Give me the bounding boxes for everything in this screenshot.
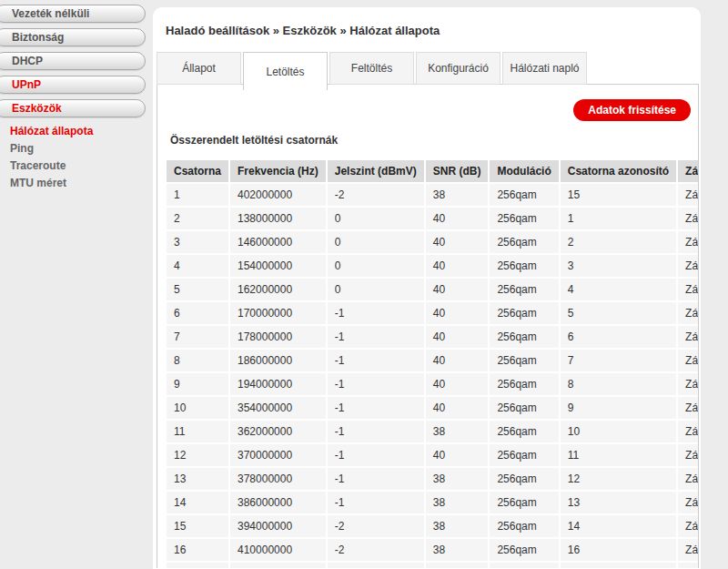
table-cell: 6 bbox=[561, 326, 676, 348]
table-cell: 40 bbox=[426, 255, 489, 277]
table-cell: 12 bbox=[167, 444, 228, 466]
table-cell: 38 bbox=[426, 515, 489, 537]
table-cell: 256qam bbox=[490, 468, 558, 490]
table-cell: -1 bbox=[328, 492, 424, 513]
sidebar-menu-item[interactable]: UPnP bbox=[0, 76, 146, 94]
sidebar-menu-item-label: Eszközök bbox=[12, 102, 62, 115]
tab-label: Konfiguráció bbox=[428, 62, 489, 75]
table-cell: 378000000 bbox=[230, 468, 326, 490]
tab-label: Állapot bbox=[182, 62, 216, 75]
table-cell: -1 bbox=[328, 421, 424, 442]
tab-label: Letöltés bbox=[266, 66, 304, 78]
refresh-data-button[interactable]: Adatok frissítése bbox=[573, 99, 691, 121]
table-cell: Zárolt bbox=[678, 444, 699, 466]
table-cell: 1 bbox=[561, 208, 676, 229]
table-cell: 38 bbox=[426, 184, 489, 206]
downstream-channels-table: Csatorna Frekvencia (Hz) Jelszint (dBmV)… bbox=[165, 158, 699, 568]
table-cell: Zárolt bbox=[678, 184, 699, 206]
table-cell: 38 bbox=[426, 539, 489, 561]
table-section-title: Összerendelt letöltési csatornák bbox=[170, 134, 698, 147]
sidebar-menu-item[interactable]: Eszközök bbox=[0, 99, 146, 117]
table-row: 5162000000040256qam4Zárolt bbox=[167, 279, 699, 300]
tab[interactable]: Állapot bbox=[157, 52, 241, 85]
table-cell: 17 bbox=[561, 563, 676, 568]
table-cell: 40 bbox=[426, 302, 489, 324]
sidebar-submenu-item[interactable]: Traceroute bbox=[0, 157, 153, 175]
table-row: 10354000000-140256qam9Zárolt bbox=[167, 397, 699, 419]
table-cell: Zárolt bbox=[678, 279, 699, 300]
table-cell: Zárolt bbox=[678, 421, 699, 442]
table-cell: 256qam bbox=[490, 444, 558, 466]
table-cell: 9 bbox=[561, 397, 676, 419]
sidebar-menu-item[interactable]: Vezeték nélküli bbox=[0, 5, 146, 23]
table-cell: 4 bbox=[167, 255, 228, 277]
table-cell: 6 bbox=[167, 302, 228, 324]
table-cell: 10 bbox=[561, 421, 676, 442]
table-cell: 40 bbox=[426, 350, 489, 371]
sidebar-menu-item-label: Vezeték nélküli bbox=[12, 7, 89, 20]
table-row: 9194000000-140256qam8Zárolt bbox=[167, 373, 699, 395]
table-row: 13378000000-138256qam12Zárolt bbox=[167, 468, 699, 490]
table-cell: 14 bbox=[167, 492, 228, 513]
table-header-cell: Moduláció bbox=[490, 160, 558, 182]
table-row: 4154000000040256qam3Zárolt bbox=[167, 255, 699, 277]
sidebar-submenu-item-label: Hálózat állapota bbox=[10, 125, 93, 137]
table-cell: 0 bbox=[328, 279, 424, 300]
content-card: Haladó beállítások » Eszközök » Hálózat … bbox=[153, 7, 701, 569]
tab[interactable]: Feltöltés bbox=[329, 52, 414, 85]
table-cell: 256qam bbox=[490, 373, 558, 395]
table-row: 1402000000-238256qam15Zárolt bbox=[167, 184, 699, 206]
table-cell: Zárolt bbox=[678, 468, 699, 490]
table-cell: -1 bbox=[328, 326, 424, 348]
tab[interactable]: Konfiguráció bbox=[416, 52, 500, 85]
table-cell: 256qam bbox=[490, 492, 558, 513]
table-cell: 0 bbox=[328, 231, 424, 253]
table-cell: 256qam bbox=[490, 539, 558, 561]
table-cell: -1 bbox=[328, 373, 424, 395]
tab[interactable]: Hálózati napló bbox=[502, 52, 587, 85]
table-cell: 138000000 bbox=[230, 208, 326, 229]
sidebar-submenu-item[interactable]: MTU méret bbox=[0, 175, 153, 192]
table-cell: 5 bbox=[561, 302, 676, 324]
table-cell: 9 bbox=[167, 373, 228, 395]
table-cell: 0 bbox=[328, 255, 424, 277]
table-cell: 256qam bbox=[490, 563, 558, 568]
table-header-cell: SNR (dB) bbox=[426, 160, 489, 182]
table-row: 17418000000-238256qam17Zárolt bbox=[167, 563, 699, 568]
table-cell: 256qam bbox=[490, 350, 558, 371]
table-cell: 40 bbox=[426, 231, 489, 253]
tab[interactable]: Letöltés bbox=[243, 52, 328, 90]
table-cell: 8 bbox=[561, 373, 676, 395]
table-cell: 38 bbox=[426, 468, 489, 490]
table-cell: 7 bbox=[167, 326, 228, 348]
table-cell: 40 bbox=[426, 373, 489, 395]
sidebar-menu-item[interactable]: DHCP bbox=[0, 52, 146, 70]
table-cell: 162000000 bbox=[230, 279, 326, 300]
table-cell: 13 bbox=[167, 468, 228, 490]
sidebar-submenu-item[interactable]: Hálózat állapota bbox=[0, 123, 153, 140]
table-cell: Zárolt bbox=[678, 373, 699, 395]
sidebar-submenu: Hálózat állapota Ping Traceroute MTU mér… bbox=[0, 123, 153, 192]
table-cell: 146000000 bbox=[230, 231, 326, 253]
table-cell: 256qam bbox=[490, 326, 558, 348]
table-cell: 13 bbox=[561, 492, 676, 513]
sidebar-menu-item[interactable]: Biztonság bbox=[0, 28, 146, 46]
table-row: 6170000000-140256qam5Zárolt bbox=[167, 302, 699, 324]
table-cell: 38 bbox=[426, 563, 489, 568]
table-cell: Zárolt bbox=[678, 539, 699, 561]
table-cell: -2 bbox=[328, 539, 424, 561]
table-cell: -2 bbox=[328, 515, 424, 537]
sidebar-submenu-item[interactable]: Ping bbox=[0, 140, 153, 157]
table-cell: 0 bbox=[328, 208, 424, 229]
table-cell: 170000000 bbox=[230, 302, 326, 324]
table-cell: 40 bbox=[426, 208, 489, 229]
table-cell: Zárolt bbox=[678, 515, 699, 537]
breadcrumb: Haladó beállítások » Eszközök » Hálózat … bbox=[153, 7, 701, 37]
table-cell: Zárolt bbox=[678, 255, 699, 277]
table-cell: -1 bbox=[328, 302, 424, 324]
table-cell: -1 bbox=[328, 468, 424, 490]
table-cell: Zárolt bbox=[678, 302, 699, 324]
table-cell: 256qam bbox=[490, 279, 558, 300]
table-cell: 4 bbox=[561, 279, 676, 300]
table-header-cell: Csatorna bbox=[167, 160, 228, 182]
